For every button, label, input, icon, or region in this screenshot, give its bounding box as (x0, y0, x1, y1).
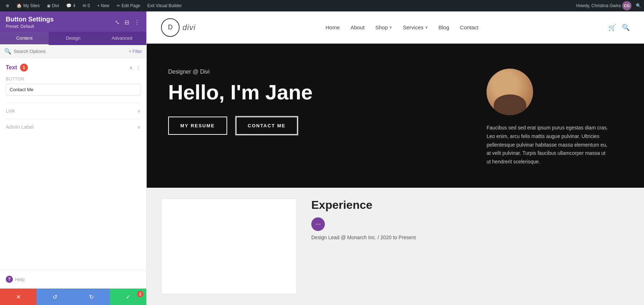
panel-header: Button Settings Preset: Default ⤡ ⊟ ⋮ (0, 11, 146, 32)
nav-links: Home About Shop ∨ Services ∨ Blog Contac… (326, 24, 479, 30)
admin-label-chevron-icon: ∨ (137, 124, 141, 130)
more-options-icon[interactable]: ⋮ (133, 18, 141, 26)
new-menu[interactable]: + New (94, 0, 112, 11)
panel-title: Button Settings (6, 16, 54, 23)
collapse-icon[interactable]: ∧ (129, 65, 133, 70)
my-sites-menu[interactable]: 🏠 My Sites (14, 0, 43, 11)
admin-user-info: Howdy, Christina Gwira CG 🔍 (576, 1, 641, 10)
magnify-icon[interactable]: 🔍 (636, 3, 641, 8)
avatar (487, 69, 533, 115)
exit-builder-btn[interactable]: Exit Visual Builder (145, 0, 185, 11)
search-bar: 🔍 + Filter (0, 45, 146, 58)
hero-title: Hello, I'm Jane (168, 81, 487, 104)
hero-left: Designer @ Divi Hello, I'm Jane MY RESUM… (168, 65, 487, 166)
contact-me-button[interactable]: CONTACT ME (236, 117, 298, 135)
message-icon: ✉ (83, 3, 86, 8)
site-preview: D divi Home About Shop ∨ Services ∨ Blog… (147, 11, 644, 305)
wordpress-icon: ⊕ (6, 3, 9, 8)
redo-button[interactable]: ↻ (73, 289, 110, 305)
site-logo: D divi (161, 18, 196, 37)
help-label: Help (15, 277, 25, 282)
section-controls: ∧ ⋮ (129, 65, 141, 70)
comment-icon: 💬 (66, 3, 72, 8)
experience-detail: Design Lead @ Monarch Inc. / 2020 to Pre… (311, 235, 630, 240)
button-field-label: Button (6, 77, 141, 82)
nav-icons: 🛒 🔍 (608, 24, 630, 31)
help-section[interactable]: ? Help (0, 270, 146, 289)
site-nav: D divi Home About Shop ∨ Services ∨ Blog… (147, 11, 644, 44)
logo-circle: D (161, 18, 180, 37)
search-input[interactable] (14, 49, 129, 54)
nav-services[interactable]: Services ∨ (403, 24, 428, 30)
save-badge: 2 (137, 291, 143, 297)
resume-button[interactable]: MY RESUME (168, 117, 227, 135)
hero-right: Faucibus sed sed erat ipsum purus egesta… (487, 65, 623, 166)
undo-button[interactable]: ↺ (36, 289, 73, 305)
home-icon: 🏠 (16, 3, 22, 8)
experience-dot-icon: ··· (311, 217, 325, 231)
search-icon: 🔍 (4, 48, 11, 55)
wp-admin-bar: ⊕ 🏠 My Sites ◉ Divi 💬 4 ✉ 0 + New ✏ Edit… (0, 0, 644, 11)
nav-shop[interactable]: Shop ∨ (375, 24, 392, 30)
tab-content[interactable]: Content (0, 32, 49, 45)
shop-chevron-icon: ∨ (389, 25, 392, 30)
services-chevron-icon: ∨ (425, 25, 428, 30)
panel-tabs: Content Design Advanced (0, 32, 146, 45)
text-section-badge: 1 (20, 64, 28, 72)
bottom-toolbar: ✕ ↺ ↻ ✓ 2 (0, 289, 146, 305)
help-icon: ? (6, 276, 13, 283)
main-layout: Button Settings Preset: Default ⤡ ⊟ ⋮ Co… (0, 11, 644, 305)
panel-header-icons: ⤡ ⊟ ⋮ (114, 18, 141, 26)
experience-icon-row: ··· (311, 217, 630, 231)
hero-subtitle: Designer @ Divi (168, 69, 487, 75)
edit-icon: ✏ (117, 3, 120, 8)
experience-section: Experience ··· Design Lead @ Monarch Inc… (147, 188, 644, 305)
search-icon[interactable]: 🔍 (622, 24, 630, 31)
avatar-image (487, 69, 533, 115)
edit-page-btn[interactable]: ✏ Edit Page (114, 0, 143, 11)
hero-description: Faucibus sed sed erat ipsum purus egesta… (487, 124, 608, 166)
link-accordion-header[interactable]: Link ∨ (6, 108, 141, 114)
experience-right: Experience ··· Design Lead @ Monarch Inc… (311, 198, 630, 294)
undo-icon: ↺ (53, 294, 57, 300)
divi-menu[interactable]: ◉ Divi (44, 0, 62, 11)
experience-title: Experience (311, 198, 630, 212)
link-accordion: Link ∨ (6, 103, 141, 119)
admin-label-accordion-header[interactable]: Admin Label ∨ (6, 124, 141, 130)
nav-blog[interactable]: Blog (439, 24, 449, 30)
fullscreen-icon[interactable]: ⤡ (114, 18, 120, 26)
cancel-button[interactable]: ✕ (0, 289, 36, 305)
messages-menu[interactable]: ✉ 0 (80, 0, 93, 11)
nav-home[interactable]: Home (326, 24, 340, 30)
tab-design[interactable]: Design (49, 32, 97, 45)
layout-icon[interactable]: ⊟ (124, 18, 130, 26)
wp-icon[interactable]: ⊕ (3, 0, 12, 11)
hero-section: Designer @ Divi Hello, I'm Jane MY RESUM… (147, 44, 644, 188)
left-panel: Button Settings Preset: Default ⤡ ⊟ ⋮ Co… (0, 11, 147, 305)
save-button[interactable]: ✓ 2 (110, 289, 146, 305)
panel-preset: Preset: Default (6, 24, 54, 29)
admin-label-accordion: Admin Label ∨ (6, 119, 141, 135)
cancel-icon: ✕ (16, 294, 21, 300)
button-text-input[interactable] (6, 84, 141, 95)
filter-button[interactable]: + Filter (129, 49, 142, 54)
logo-d: D (168, 24, 173, 31)
admin-label-title: Admin Label (6, 124, 34, 130)
save-icon: ✓ (126, 294, 130, 300)
comments-menu[interactable]: 💬 4 (63, 0, 78, 11)
text-section-title: Text (6, 64, 17, 71)
hero-buttons: MY RESUME CONTACT ME (168, 117, 487, 135)
cart-icon[interactable]: 🛒 (608, 24, 616, 31)
experience-left-panel (161, 198, 297, 294)
avatar: CG (622, 1, 631, 10)
nav-about[interactable]: About (351, 24, 365, 30)
panel-content: Text 1 ∧ ⋮ Button Link ∨ Adm (0, 58, 146, 270)
logo-text: divi (182, 23, 196, 32)
tab-advanced[interactable]: Advanced (98, 32, 146, 45)
nav-contact[interactable]: Contact (460, 24, 479, 30)
section-more-icon[interactable]: ⋮ (136, 65, 141, 70)
divi-icon: ◉ (47, 3, 50, 8)
link-title: Link (6, 108, 15, 114)
link-chevron-icon: ∨ (137, 108, 141, 114)
text-section-header: Text 1 ∧ ⋮ (6, 64, 141, 72)
